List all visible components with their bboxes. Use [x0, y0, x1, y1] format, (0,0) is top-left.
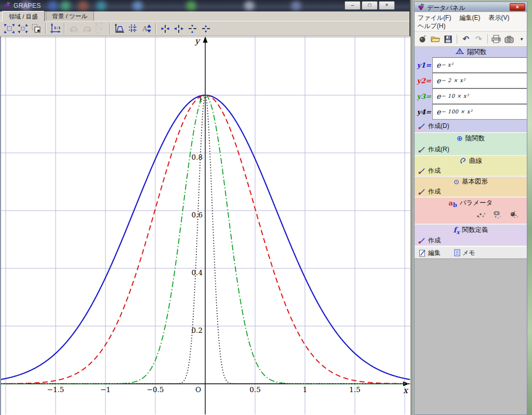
new-bomb-icon[interactable] — [418, 33, 428, 45]
animate-walk-icon[interactable] — [476, 211, 486, 221]
menu-view[interactable]: 表示(V) — [488, 14, 509, 22]
svg-text:−1.5: −1.5 — [47, 385, 64, 394]
pen-icon — [418, 123, 425, 129]
menu-edit[interactable]: 編集(E) — [459, 14, 480, 22]
main-tabbar: 領域 / 目盛 背景 / ツール — [0, 11, 409, 21]
panel-toolbar: ↶ ↷ — [415, 32, 527, 47]
rotate-right-icon — [81, 22, 94, 35]
svg-text:0.5: 0.5 — [249, 385, 260, 394]
y2-label: y2= — [415, 73, 432, 88]
create-basic-figure-button[interactable]: 作成 — [415, 187, 527, 197]
menu-file[interactable]: ファイル(F) — [418, 14, 451, 22]
label-font-icon[interactable]: A — [140, 22, 153, 35]
maximize-button[interactable]: □ — [362, 1, 378, 10]
record-walk-icon[interactable] — [493, 211, 503, 221]
edit-button[interactable]: 編集 — [419, 249, 441, 257]
y1-formula-input[interactable]: e− x² — [432, 57, 527, 73]
svg-text:−0.5: −0.5 — [147, 385, 164, 394]
main-window-title: GRAPES — [14, 2, 41, 9]
explicit-fn-icon — [455, 48, 464, 56]
svg-text:1:1: 1:1 — [54, 25, 61, 30]
region-edit-icon[interactable] — [113, 22, 126, 35]
pen-icon — [418, 237, 425, 244]
section-title: 関数定義 — [462, 226, 488, 235]
create-implicit-button[interactable]: 作成(R) — [415, 144, 527, 155]
capture-camera-icon[interactable] — [504, 33, 514, 45]
redo-icon: ↷ — [474, 33, 484, 45]
edit-page-icon — [419, 249, 426, 257]
function-row-y2: y2= e− 2 × x² — [415, 73, 527, 88]
copy-region-icon[interactable] — [30, 22, 43, 35]
panel-empty-area — [415, 258, 527, 414]
desktop: GRAPES – □ × 領域 / 目盛 背景 / ツール — [0, 0, 532, 415]
grapes-app-icon — [417, 3, 425, 13]
x-expand-icon[interactable]: ◀▶ — [172, 22, 185, 35]
svg-text:O: O — [195, 385, 201, 394]
undo-icon[interactable]: ↶ — [461, 33, 471, 45]
scale-one-to-one-icon[interactable]: 1:1 — [48, 22, 62, 35]
svg-text:0.4: 0.4 — [192, 268, 203, 277]
zoom-extents-icon[interactable] — [3, 22, 16, 35]
y3-label: y3= — [415, 88, 432, 104]
main-toolbar: 1:1 オプション — [0, 21, 409, 36]
svg-text:0.8: 0.8 — [192, 153, 203, 161]
bomb-walk-icon[interactable] — [509, 211, 520, 221]
section-title: 曲線 — [469, 157, 482, 165]
edit-memo-bar: 編集 メモ — [415, 247, 527, 258]
curve-icon — [459, 157, 467, 165]
memo-button[interactable]: メモ — [454, 249, 475, 257]
print-icon[interactable] — [491, 33, 501, 45]
y1-label: y1= — [415, 57, 432, 73]
y3-formula-input[interactable]: e− 10 × x² — [432, 88, 527, 104]
create-curve-button[interactable]: 作成 — [415, 166, 527, 176]
options-button: オプション — [94, 22, 108, 35]
main-titlebar[interactable]: GRAPES – □ × — [0, 0, 409, 11]
create-function-definition-button[interactable]: 作成 — [415, 235, 527, 245]
section-title: 陰関数 — [466, 134, 485, 143]
zoom-shrink-icon[interactable] — [16, 22, 30, 35]
section-title: パラメータ — [460, 199, 493, 208]
y-compress-icon[interactable]: ▼▲ — [185, 22, 199, 35]
graph-canvas[interactable]: −1.5−1−0.50.511.50.20.40.60.81Oyx — [0, 36, 410, 415]
section-curves: 曲線 作成 — [415, 156, 527, 176]
y4-formula-input[interactable]: e− 100 × x² — [432, 104, 527, 120]
section-function-definition: fx 関数定義 作成 — [415, 225, 527, 245]
tab-region-scale[interactable]: 領域 / 目盛 — [2, 11, 45, 21]
function-definition-icon: fx — [454, 226, 460, 234]
implicit-fn-icon: ⊕ — [457, 135, 463, 142]
svg-text:x: x — [403, 385, 409, 395]
panel-window-title: データパネル — [427, 4, 465, 12]
svg-text:y: y — [194, 36, 201, 46]
x-compress-icon[interactable]: ▶◀ — [158, 22, 172, 35]
parameter-icon: ab — [449, 199, 457, 207]
minimize-button[interactable]: – — [344, 1, 361, 10]
svg-text:1: 1 — [303, 385, 308, 394]
save-icon[interactable] — [443, 33, 453, 45]
grapes-app-icon — [3, 2, 11, 11]
grid-settings-icon[interactable] — [126, 22, 140, 35]
create-explicit-button[interactable]: 作成(D) — [415, 120, 527, 132]
tab-background-tools[interactable]: 背景 / ツール — [46, 11, 95, 21]
svg-text:−1: −1 — [100, 385, 111, 394]
pen-icon — [418, 146, 425, 153]
menu-help[interactable]: ヘルプ(H) — [418, 22, 446, 30]
section-explicit-functions: 陽関数 y1= e− x² y2= e− 2 × x² y3= — [415, 47, 527, 132]
section-title: 陽関数 — [467, 48, 487, 57]
function-row-y1: y1= e− x² — [415, 57, 527, 73]
memo-icon — [454, 249, 460, 256]
pen-icon — [418, 188, 425, 195]
open-folder-icon[interactable] — [430, 33, 440, 45]
close-button[interactable]: × — [379, 1, 395, 10]
y4-label: y4= — [415, 104, 432, 120]
svg-text:0.6: 0.6 — [192, 211, 203, 219]
capture-dropdown-icon[interactable]: ▼ — [517, 33, 527, 45]
panel-close-button[interactable]: × — [510, 3, 525, 11]
section-implicit-functions: ⊕ 陰関数 作成(R) — [415, 133, 527, 155]
grapes-main-window: GRAPES – □ × 領域 / 目盛 背景 / ツール — [0, 0, 410, 415]
section-title: 基本図形 — [462, 177, 488, 186]
y-expand-icon[interactable]: ▲▼ — [199, 22, 212, 35]
y2-formula-input[interactable]: e− 2 × x² — [432, 73, 527, 88]
panel-titlebar[interactable]: データパネル × — [414, 2, 527, 12]
svg-text:1.5: 1.5 — [349, 385, 360, 394]
pen-icon — [418, 167, 425, 174]
